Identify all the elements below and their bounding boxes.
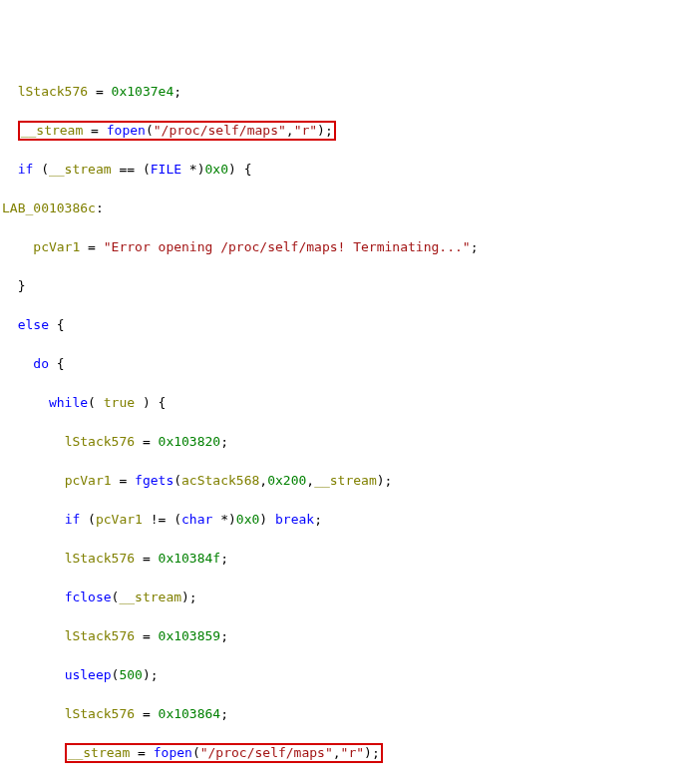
identifier: lStack576 bbox=[65, 706, 135, 721]
hex-literal: 0x200 bbox=[267, 473, 306, 488]
keyword-while: while bbox=[49, 395, 88, 410]
identifier: pcVar1 bbox=[33, 239, 80, 254]
fn-fopen: fopen bbox=[107, 123, 146, 138]
hex-literal: 0x10384f bbox=[159, 551, 221, 566]
highlight-fopen-2: __stream = fopen("/proc/self/maps","r"); bbox=[65, 743, 383, 763]
type: char bbox=[181, 512, 212, 527]
string-literal: "/proc/self/maps" bbox=[200, 745, 333, 760]
keyword-true: true bbox=[104, 395, 135, 410]
identifier: acStack568 bbox=[181, 473, 259, 488]
fn-fgets: fgets bbox=[135, 473, 174, 488]
identifier: __stream bbox=[314, 473, 377, 488]
fn-usleep: usleep bbox=[65, 667, 112, 682]
code-line: pcVar1 = fgets(acStack568,0x200,__stream… bbox=[2, 471, 692, 491]
hex-literal: 0x103859 bbox=[159, 628, 221, 643]
keyword-if: if bbox=[18, 162, 34, 177]
identifier: stream bbox=[83, 745, 130, 760]
highlight-fopen-1: __stream = fopen("/proc/self/maps","r"); bbox=[18, 121, 336, 141]
identifier: pcVar1 bbox=[65, 473, 112, 488]
identifier: pcVar1 bbox=[96, 512, 143, 527]
type: FILE bbox=[151, 162, 181, 177]
code-line: do { bbox=[2, 354, 692, 374]
identifier: __stream bbox=[21, 123, 84, 138]
code-line: if (__stream == (FILE *)0x0) { bbox=[2, 160, 692, 180]
identifier: __stream bbox=[119, 589, 181, 604]
code-line: __stream = fopen("/proc/self/maps","r"); bbox=[2, 121, 692, 141]
keyword-else: else bbox=[18, 317, 49, 332]
code-line: lStack576 = 0x103859; bbox=[2, 626, 692, 646]
identifier: lStack576 bbox=[65, 628, 135, 643]
code-line: pcVar1 = "Error opening /proc/self/maps!… bbox=[2, 237, 692, 257]
identifier: lStack576 bbox=[65, 551, 135, 566]
identifier: lStack576 bbox=[65, 434, 135, 449]
string-literal: "Error opening /proc/self/maps! Terminat… bbox=[104, 239, 471, 254]
code-line: lStack576 = 0x103820; bbox=[2, 432, 692, 452]
string-literal: "r" bbox=[341, 745, 364, 760]
code-line: usleep(500); bbox=[2, 665, 692, 685]
code-line: } bbox=[2, 276, 692, 296]
code-line: LAB_0010386c: bbox=[2, 198, 692, 218]
code-line: else { bbox=[2, 315, 692, 335]
fn-fclose: fclose bbox=[65, 589, 112, 604]
code-line: while( true ) { bbox=[2, 393, 692, 413]
string-literal: "r" bbox=[294, 123, 317, 138]
hex-literal: 0x1037e4 bbox=[112, 84, 174, 99]
identifier: __ bbox=[68, 745, 84, 760]
code-line: lStack576 = 0x103864; bbox=[2, 704, 692, 724]
hex-literal: 0x103820 bbox=[159, 434, 221, 449]
label: LAB_0010386c bbox=[2, 200, 96, 215]
code-line: __stream = fopen("/proc/self/maps","r"); bbox=[2, 743, 692, 763]
code-line: fclose(__stream); bbox=[2, 588, 692, 607]
code-line: lStack576 = 0x10384f; bbox=[2, 549, 692, 569]
hex-literal: 0x0 bbox=[205, 162, 228, 177]
hex-literal: 0x0 bbox=[236, 512, 259, 527]
keyword-if: if bbox=[65, 512, 81, 527]
int-literal: 500 bbox=[119, 667, 142, 682]
code-line: if (pcVar1 != (char *)0x0) break; bbox=[2, 510, 692, 530]
keyword-break: break bbox=[275, 512, 314, 527]
code-line: lStack576 = 0x1037e4; bbox=[2, 82, 692, 102]
identifier: __stream bbox=[49, 162, 112, 177]
hex-literal: 0x103864 bbox=[159, 706, 221, 721]
fn-fopen: fopen bbox=[154, 745, 192, 760]
keyword-do: do bbox=[33, 356, 49, 371]
string-literal: "/proc/self/maps" bbox=[154, 123, 286, 138]
identifier: lStack576 bbox=[18, 84, 88, 99]
